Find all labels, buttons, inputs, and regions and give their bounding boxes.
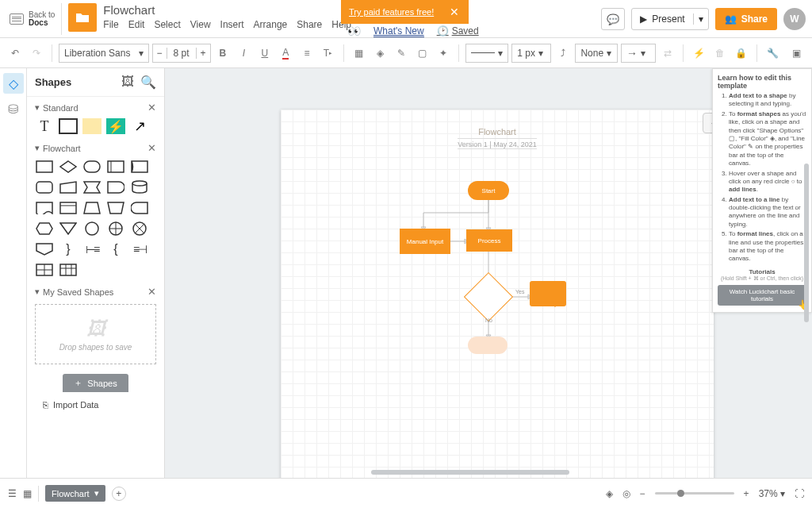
fc-shape[interactable] [35, 241, 54, 257]
close-section-icon[interactable]: ✕ [147, 286, 156, 298]
canvas-subtitle[interactable]: Version 1 | May 24, 2021 [458, 140, 537, 148]
fc-shape[interactable] [59, 262, 78, 278]
redo-button[interactable]: ↷ [28, 44, 46, 63]
size-value[interactable]: 8 pt [167, 48, 196, 59]
lock-button[interactable]: 🔒 [732, 44, 750, 63]
node-end[interactable] [468, 337, 508, 354]
fc-shape[interactable] [35, 221, 54, 237]
fc-shape[interactable] [130, 221, 149, 237]
font-size-stepper[interactable]: − 8 pt + [152, 44, 211, 63]
fc-shape[interactable] [59, 159, 78, 175]
panel-toggle-button[interactable]: ▣ [787, 44, 806, 63]
section-standard-header[interactable]: ▾Standard ✕ [27, 97, 164, 115]
fc-shape[interactable] [106, 179, 125, 195]
fc-shape[interactable] [106, 200, 125, 216]
menu-select[interactable]: Select [154, 19, 180, 30]
size-plus[interactable]: + [196, 48, 210, 59]
bold-button[interactable]: B [214, 44, 232, 63]
present-dropdown-icon[interactable]: ▾ [693, 13, 708, 25]
fc-shape[interactable] [35, 200, 54, 216]
saved-indicator[interactable]: 🕑Saved [437, 25, 479, 37]
node-start[interactable]: Start [468, 181, 509, 200]
document-title[interactable]: Flowchart [103, 3, 351, 17]
section-mysaved-header[interactable]: ▾My Saved Shapes ✕ [27, 281, 164, 299]
search-icon[interactable]: 🔍 [140, 75, 156, 90]
node-callout[interactable] [530, 281, 566, 306]
paper[interactable]: Flowchart Version 1 | May 24, 2021 Start… [281, 110, 714, 478]
fc-shape[interactable] [35, 179, 54, 195]
user-avatar[interactable]: W [783, 8, 806, 30]
zoom-in-button[interactable]: + [744, 488, 749, 499]
canvas-title[interactable]: Flowchart [458, 127, 537, 137]
add-page-button[interactable]: + [112, 487, 126, 501]
list-view-button[interactable]: ☰ [8, 488, 17, 499]
fc-shape[interactable]: { [106, 241, 125, 257]
try-paid-link[interactable]: Try paid features free! [346, 7, 437, 17]
image-icon[interactable]: 🖼 [121, 75, 134, 90]
close-section-icon[interactable]: ✕ [147, 102, 156, 114]
layers-button[interactable]: ◈ [606, 488, 613, 499]
fc-shape[interactable]: ⊢≡ [82, 241, 102, 257]
fill-button[interactable]: ▦ [350, 44, 369, 63]
node-process[interactable]: Process [466, 229, 512, 252]
fc-shape[interactable] [59, 200, 78, 216]
fc-shape[interactable]: ≡⊣ [130, 241, 149, 257]
italic-button[interactable]: I [235, 44, 253, 63]
arrow-start-select[interactable]: None▾ [575, 44, 617, 63]
label-no[interactable]: No [485, 318, 492, 323]
size-minus[interactable]: − [153, 48, 167, 59]
shape-options-button[interactable]: ▢ [413, 44, 431, 63]
menu-share[interactable]: Share [297, 19, 322, 30]
data-rail-button[interactable]: ⛁ [3, 98, 24, 119]
magic-button[interactable]: ✦ [435, 44, 453, 63]
zoom-out-button[interactable]: − [640, 488, 645, 499]
zoom-value[interactable]: 37% ▾ [759, 488, 785, 499]
zoom-slider[interactable] [655, 492, 734, 495]
fc-shape[interactable] [130, 159, 149, 175]
line-width-select[interactable]: 1 px▾ [511, 44, 551, 63]
drop-shapes-area[interactable]: 🖼 Drop shapes to save [35, 304, 156, 364]
whats-new-link[interactable]: What's New [373, 25, 424, 37]
fc-shape[interactable]: } [59, 241, 78, 257]
text-color-button[interactable]: A [277, 44, 295, 63]
flash-button[interactable]: ⚡ [690, 44, 708, 63]
fc-shape[interactable] [106, 159, 125, 175]
node-manual-input[interactable]: Manual Input [400, 229, 450, 254]
fullscreen-button[interactable]: ⛶ [795, 488, 804, 499]
present-button[interactable]: ▶Present ▾ [631, 8, 708, 30]
watch-tutorials-button[interactable]: Watch Lucidchart basic tutorials 👆 [718, 285, 806, 306]
bolt-shape[interactable]: ⚡ [106, 118, 125, 134]
shapes-rail-button[interactable]: ◇ [3, 73, 24, 94]
fc-shape[interactable] [130, 179, 149, 195]
wrench-button[interactable]: 🔧 [764, 44, 782, 63]
underline-button[interactable]: U [256, 44, 274, 63]
promo-close-icon[interactable]: ✕ [445, 6, 464, 18]
arrow-shape[interactable]: ↗ [130, 118, 149, 134]
menu-file[interactable]: File [103, 19, 118, 30]
import-data-button[interactable]: ⎘Import Data [27, 395, 164, 410]
node-decision[interactable] [471, 279, 506, 314]
shapes-library-button[interactable]: ＋Shapes [63, 374, 128, 392]
target-button[interactable]: ◎ [622, 488, 630, 499]
fc-shape[interactable] [106, 221, 125, 237]
horizontal-scrollbar[interactable] [371, 470, 569, 475]
menu-arrange[interactable]: Arrange [254, 19, 288, 30]
fill-color-button[interactable]: ◈ [371, 44, 389, 63]
canvas[interactable]: Flowchart Version 1 | May 24, 2021 Start… [165, 68, 812, 478]
line-route-button[interactable]: ⤴ [554, 44, 573, 63]
menu-view[interactable]: View [190, 19, 211, 30]
fc-shape[interactable] [82, 159, 102, 175]
grid-view-button[interactable]: ▦ [23, 488, 32, 499]
note-shape[interactable] [82, 118, 102, 134]
binoculars-icon[interactable]: 👀 [347, 25, 361, 37]
fc-shape[interactable] [59, 179, 78, 195]
fc-shape[interactable] [82, 221, 102, 237]
fc-shape[interactable] [35, 159, 54, 175]
menu-edit[interactable]: Edit [128, 19, 145, 30]
share-button[interactable]: 👥Share [715, 8, 777, 30]
fc-shape[interactable] [59, 221, 78, 237]
section-flowchart-header[interactable]: ▾Flowchart ✕ [27, 137, 164, 156]
fc-shape[interactable] [82, 179, 102, 195]
line-style-select[interactable]: ▾ [465, 44, 508, 63]
page-tab[interactable]: Flowchart▾ [45, 485, 105, 502]
